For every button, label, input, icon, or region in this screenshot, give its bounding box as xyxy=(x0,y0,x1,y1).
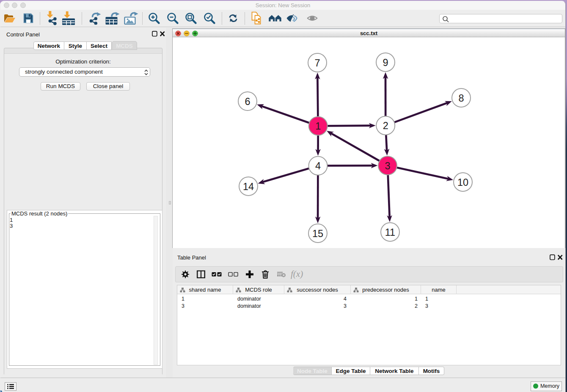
svg-text:8: 8 xyxy=(458,92,464,103)
svg-text:2: 2 xyxy=(383,120,388,131)
svg-text:10: 10 xyxy=(457,177,468,188)
svg-text:1: 1 xyxy=(315,121,321,132)
svg-text:15: 15 xyxy=(312,228,323,239)
svg-text:9: 9 xyxy=(383,57,388,68)
svg-text:3: 3 xyxy=(385,160,390,171)
svg-text:14: 14 xyxy=(243,181,254,192)
svg-text:11: 11 xyxy=(385,226,395,237)
svg-text:4: 4 xyxy=(315,160,321,171)
svg-text:7: 7 xyxy=(314,57,320,68)
svg-text:6: 6 xyxy=(245,96,250,107)
